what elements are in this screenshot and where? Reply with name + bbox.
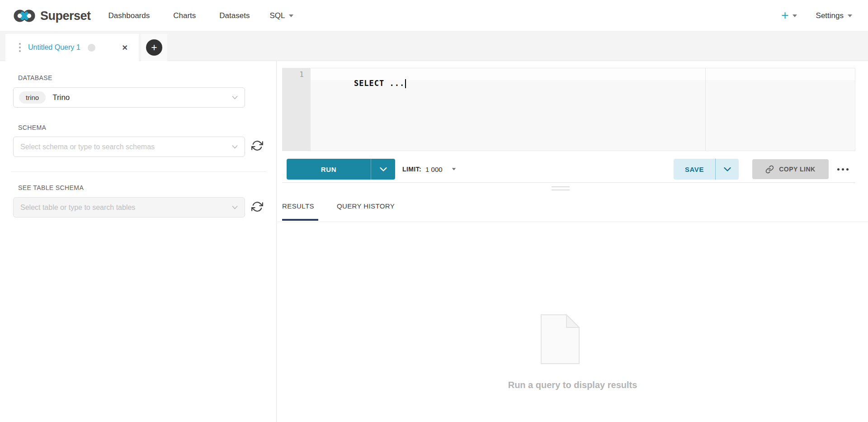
line-number: 1 bbox=[299, 70, 304, 79]
nav-item-datasets[interactable]: Datasets bbox=[219, 11, 250, 20]
tab-drag-handle-icon[interactable] bbox=[19, 43, 21, 52]
database-select[interactable]: trino Trino bbox=[13, 87, 245, 108]
refresh-schemas-button[interactable] bbox=[250, 138, 264, 153]
ellipsis-icon bbox=[837, 168, 840, 171]
chevron-down-icon bbox=[380, 167, 387, 171]
copy-link-label: COPY LINK bbox=[779, 166, 815, 173]
main-nav: Dashboards Charts Datasets bbox=[108, 11, 250, 20]
database-label: DATABASE bbox=[18, 74, 52, 81]
plus-circle-icon: + bbox=[146, 39, 162, 56]
tab-query-history[interactable]: QUERY HISTORY bbox=[337, 202, 395, 210]
run-label: RUN bbox=[287, 166, 371, 173]
chevron-down-icon bbox=[232, 205, 238, 209]
run-button[interactable]: RUN bbox=[287, 159, 395, 180]
settings-menu[interactable]: Settings bbox=[816, 11, 852, 20]
nav-sql-label: SQL bbox=[269, 11, 285, 20]
limit-label: LIMIT: bbox=[402, 166, 421, 173]
text-cursor bbox=[405, 79, 406, 88]
caret-down-icon bbox=[848, 14, 852, 17]
new-item-menu[interactable]: + bbox=[781, 10, 797, 22]
schema-select-input[interactable] bbox=[20, 143, 219, 151]
database-value: Trino bbox=[52, 93, 70, 102]
run-options-button[interactable] bbox=[371, 167, 395, 171]
limit-value: 1 000 bbox=[425, 166, 443, 173]
save-label: SAVE bbox=[674, 166, 715, 173]
link-icon bbox=[765, 165, 774, 174]
nav-item-dashboards[interactable]: Dashboards bbox=[108, 11, 150, 20]
superset-brand[interactable]: Superset bbox=[14, 9, 91, 23]
sql-editor: 1 SELECT ... bbox=[282, 68, 855, 151]
sql-lab-page: Superset Dashboards Charts Datasets SQL … bbox=[0, 0, 868, 422]
nav-item-sql[interactable]: SQL bbox=[269, 11, 293, 20]
empty-file-icon bbox=[538, 313, 582, 367]
settings-label: Settings bbox=[816, 11, 844, 20]
superset-logo-icon bbox=[14, 9, 35, 23]
tab-title: Untitled Query 1 bbox=[28, 43, 80, 52]
caret-down-icon bbox=[793, 14, 797, 17]
sql-lab-sidebar bbox=[0, 61, 277, 422]
query-status-dot bbox=[88, 44, 95, 52]
editor-code-area[interactable]: SELECT ... bbox=[311, 68, 855, 151]
more-actions-button[interactable] bbox=[837, 159, 849, 180]
new-query-tab-button[interactable]: + bbox=[141, 34, 167, 61]
code-text: SELECT ... bbox=[354, 79, 405, 88]
refresh-tables-button[interactable] bbox=[250, 199, 264, 214]
plus-icon: + bbox=[781, 9, 788, 22]
sidebar-divider bbox=[11, 171, 267, 172]
table-select[interactable] bbox=[13, 197, 245, 218]
copy-link-button[interactable]: COPY LINK bbox=[752, 159, 829, 179]
refresh-icon bbox=[251, 140, 263, 152]
caret-down-icon bbox=[289, 14, 293, 17]
editor-gutter: 1 bbox=[283, 68, 311, 151]
empty-results-message: Run a query to display results bbox=[277, 380, 868, 390]
schema-select[interactable] bbox=[13, 137, 245, 157]
brand-title: Superset bbox=[40, 9, 91, 23]
toolbar-divider bbox=[282, 182, 855, 183]
table-select-input[interactable] bbox=[20, 204, 219, 212]
schema-label: SCHEMA bbox=[18, 124, 46, 131]
chevron-down-icon bbox=[724, 167, 731, 171]
chevron-down-icon bbox=[232, 95, 238, 100]
nav-item-charts[interactable]: Charts bbox=[173, 11, 196, 20]
tab-results[interactable]: RESULTS bbox=[282, 202, 314, 210]
save-button[interactable]: SAVE bbox=[674, 159, 739, 180]
pane-resize-handle[interactable] bbox=[552, 186, 570, 192]
top-navbar: Superset Dashboards Charts Datasets SQL … bbox=[0, 0, 868, 32]
refresh-icon bbox=[251, 201, 263, 213]
close-icon[interactable]: ✕ bbox=[122, 43, 128, 52]
active-tab-underline bbox=[282, 219, 318, 221]
database-badge: trino bbox=[19, 91, 46, 104]
results-tabs: RESULTS QUERY HISTORY bbox=[282, 202, 395, 210]
chevron-down-icon bbox=[232, 145, 238, 149]
limit-dropdown[interactable]: LIMIT: 1 000 bbox=[402, 159, 456, 180]
save-options-button[interactable] bbox=[716, 167, 739, 171]
tab-untitled-query[interactable]: Untitled Query 1 ✕ bbox=[5, 34, 139, 61]
results-tabs-divider bbox=[277, 222, 868, 222]
table-schema-label: SEE TABLE SCHEMA bbox=[18, 184, 84, 191]
caret-down-icon bbox=[452, 168, 456, 170]
navbar-right: + Settings bbox=[781, 10, 852, 22]
